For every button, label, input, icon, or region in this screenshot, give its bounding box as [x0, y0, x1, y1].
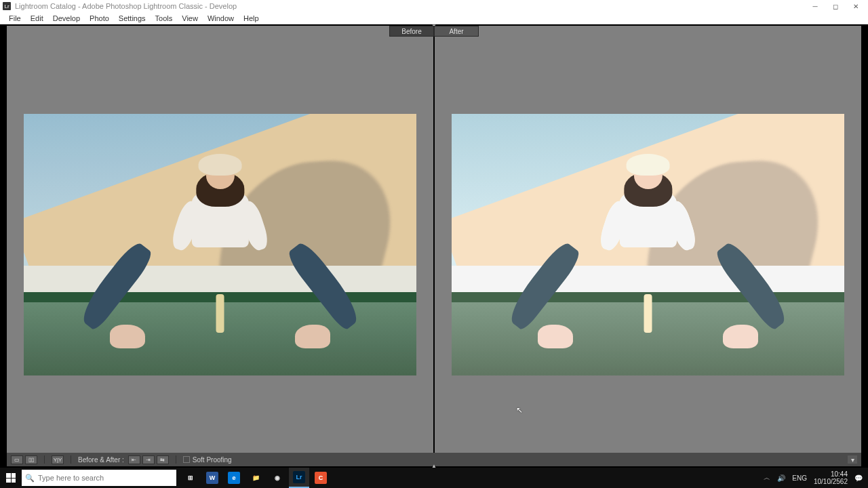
start-button[interactable]	[0, 468, 22, 488]
filmstrip-handle[interactable]: ▲	[431, 463, 437, 469]
before-after-label: Before & After :	[78, 456, 124, 464]
taskbar-apps: ⊞We📁◉LrC	[180, 468, 331, 488]
menu-develop[interactable]: Develop	[48, 14, 85, 22]
after-pane[interactable]: ↖	[435, 37, 861, 453]
before-photo	[24, 114, 416, 376]
minimize-button[interactable]: ─	[811, 2, 819, 10]
view-mode-group: ▭ ▯▯	[11, 455, 37, 464]
mouse-cursor-icon: ↖	[516, 405, 523, 415]
taskbar-app-camtasia[interactable]: C	[311, 468, 331, 488]
before-tab[interactable]: Before	[389, 26, 434, 37]
swap-before-button[interactable]: ⇤	[128, 455, 140, 464]
before-after-mode-group: Y|Y	[52, 455, 64, 464]
soft-proofing-label: Soft Proofing	[193, 456, 232, 464]
menu-settings[interactable]: Settings	[114, 14, 151, 22]
volume-icon[interactable]: 🔊	[777, 474, 785, 482]
menu-edit[interactable]: Edit	[26, 14, 48, 22]
menu-file[interactable]: File	[4, 14, 26, 22]
taskbar-clock[interactable]: 10:44 10/10/2562	[814, 470, 848, 485]
search-icon: 🔍	[22, 474, 38, 483]
maximize-button[interactable]: ◻	[831, 2, 840, 10]
develop-workspace: ▼ Before After ↖	[0, 24, 868, 468]
chrome-icon: ◉	[271, 472, 283, 484]
app-icon: Lr	[3, 2, 11, 10]
windows-taskbar: 🔍 ⊞We📁◉LrC ︿ 🔊 ENG 10:44 10/10/2562 💬	[0, 468, 868, 488]
loupe-view-button[interactable]: ▭	[11, 455, 23, 464]
close-button[interactable]: ✕	[852, 2, 860, 10]
taskbar-app-chrome[interactable]: ◉	[267, 468, 288, 488]
compare-view-button[interactable]: ▯▯	[25, 455, 37, 464]
before-after-tabs: Before After	[389, 26, 479, 37]
tray-overflow-icon[interactable]: ︿	[764, 473, 770, 483]
menu-photo[interactable]: Photo	[85, 14, 114, 22]
file-explorer-icon: 📁	[250, 472, 262, 484]
menu-view[interactable]: View	[177, 14, 203, 22]
clock-time: 10:44	[814, 470, 848, 478]
system-tray: ︿ 🔊 ENG 10:44 10/10/2562 💬	[758, 470, 868, 485]
camtasia-icon: C	[315, 472, 327, 484]
compare-split: ↖	[7, 37, 861, 453]
swap-both-button[interactable]: ⇆	[157, 455, 169, 464]
taskbar-app-edge[interactable]: e	[224, 468, 244, 488]
edge-icon: e	[228, 472, 240, 484]
after-photo	[452, 114, 844, 376]
action-center-icon[interactable]: 💬	[854, 474, 863, 482]
soft-proofing-toggle[interactable]: Soft Proofing	[183, 456, 232, 464]
menu-tools[interactable]: Tools	[151, 14, 178, 22]
word-icon: W	[206, 472, 218, 484]
search-input[interactable]	[38, 474, 176, 482]
windows-logo-icon	[6, 473, 16, 483]
before-pane[interactable]	[7, 37, 433, 453]
after-tab[interactable]: After	[434, 26, 479, 37]
taskbar-app-lightroom[interactable]: Lr	[289, 468, 309, 488]
taskbar-app-word[interactable]: W	[202, 468, 222, 488]
task-view-icon: ⊞	[184, 472, 197, 484]
toolbar-options-dropdown[interactable]: ▾	[848, 455, 857, 464]
lightroom-icon: Lr	[293, 471, 305, 483]
taskbar-app-task-view[interactable]: ⊞	[180, 468, 201, 488]
soft-proofing-checkbox[interactable]	[183, 456, 190, 463]
clock-date: 10/10/2562	[814, 478, 848, 485]
canvas-frame: Before After ↖	[7, 26, 861, 466]
language-indicator[interactable]: ENG	[792, 474, 807, 482]
taskbar-search[interactable]: 🔍	[22, 470, 176, 486]
window-titlebar: Lr Lightroom Catalog - Adobe Photoshop L…	[0, 0, 868, 12]
ba-leftright-button[interactable]: Y|Y	[52, 455, 64, 464]
menu-help[interactable]: Help	[239, 14, 264, 22]
taskbar-app-file-explorer[interactable]: 📁	[245, 468, 266, 488]
window-controls: ─ ◻ ✕	[811, 2, 865, 10]
window-title: Lightroom Catalog - Adobe Photoshop Ligh…	[15, 2, 237, 10]
before-after-swap-group: ⇤ ⇥ ⇆	[128, 455, 169, 464]
menu-window[interactable]: Window	[203, 14, 239, 22]
swap-after-button[interactable]: ⇥	[142, 455, 155, 464]
